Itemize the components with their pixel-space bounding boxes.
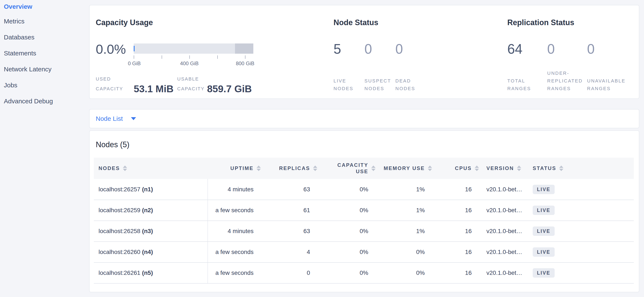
memory-use-cell: 1% — [378, 221, 434, 242]
status-badge: LIVE — [533, 268, 555, 278]
axis-tick — [134, 55, 134, 59]
sidebar-item-overview[interactable]: Overview — [0, 0, 85, 13]
memory-use-cell: 1% — [378, 200, 434, 221]
column-header-status[interactable]: STATUS — [529, 158, 634, 179]
capacity-bar-used-segment — [134, 46, 134, 51]
version-cell: v20.1.0-bet… — [481, 242, 529, 263]
capacity-use-cell: 0% — [320, 179, 378, 200]
axis-label: 0 GiB — [128, 60, 141, 66]
axis-label: 400 GiB — [180, 60, 199, 66]
replication-values: 64 0 0 — [507, 41, 627, 57]
table-header-row: NODES UPTIME REPLICAS — [94, 158, 634, 179]
column-header-replicas[interactable]: REPLICAS — [263, 158, 320, 179]
uptime-cell: 4 minutes — [208, 179, 263, 200]
sort-icon — [256, 166, 261, 171]
dead-nodes-count: 0 — [395, 41, 426, 57]
table-row: localhost:26259 (n2) a few seconds 61 0%… — [94, 200, 634, 221]
total-ranges-label: TOTAL RANGES — [507, 77, 547, 92]
node-address[interactable]: localhost:26259 (n2) — [94, 200, 208, 221]
status-cell: LIVE — [529, 221, 634, 242]
capacity-use-cell: 0% — [320, 242, 378, 263]
nodes-card: Nodes (5) NODES — [89, 130, 639, 292]
column-header-capacity-use[interactable]: CAPACITYUSE — [320, 158, 378, 179]
capacity-bar-chart: 0 GiB 400 GiB 800 GiB — [134, 43, 253, 69]
sort-icon — [123, 166, 127, 171]
sidebar-item-databases[interactable]: Databases — [0, 29, 85, 45]
sidebar-item-jobs[interactable]: Jobs — [0, 77, 85, 93]
node-address[interactable]: localhost:26257 (n1) — [94, 179, 208, 200]
cpus-cell: 16 — [434, 221, 481, 242]
under-replicated-ranges-label: UNDER- REPLICATED RANGES — [547, 69, 587, 92]
node-status-title: Node Status — [334, 18, 378, 27]
memory-use-cell: 1% — [378, 179, 434, 200]
memory-use-cell: 0% — [378, 242, 434, 263]
sidebar-item-network-latency[interactable]: Network Latency — [0, 61, 85, 77]
capacity-bar-other-segment — [235, 43, 253, 54]
total-ranges-count: 64 — [507, 41, 547, 57]
uptime-cell: a few seconds — [208, 263, 263, 283]
capacity-used-percent: 0.0% — [96, 41, 126, 57]
table-row: localhost:26261 (n5) a few seconds 0 0% … — [94, 263, 634, 283]
version-cell: v20.1.0-bet… — [481, 221, 529, 242]
chevron-down-icon — [131, 117, 136, 120]
node-status-values: 5 0 0 — [334, 41, 426, 57]
suspect-nodes-count: 0 — [364, 41, 395, 57]
capacity-use-cell: 0% — [320, 263, 378, 283]
sidebar-item-metrics[interactable]: Metrics — [0, 13, 85, 29]
sort-icon — [313, 166, 317, 171]
replication-status-title: Replication Status — [507, 18, 574, 27]
sort-icon — [517, 166, 521, 171]
replicas-cell: 61 — [263, 200, 320, 221]
version-cell: v20.1.0-bet… — [481, 200, 529, 221]
replicas-cell: 63 — [263, 221, 320, 242]
table-row: localhost:26260 (n4) a few seconds 4 0% … — [94, 242, 634, 263]
table-row: localhost:26257 (n1) 4 minutes 63 0% 1% … — [94, 179, 634, 200]
sidebar: Overview Metrics Databases Statements Ne… — [0, 0, 85, 297]
column-header-version[interactable]: VERSION — [481, 158, 529, 179]
uptime-cell: a few seconds — [208, 200, 263, 221]
uptime-cell: 4 minutes — [208, 221, 263, 242]
sidebar-item-statements[interactable]: Statements — [0, 45, 85, 61]
axis-tick — [217, 55, 218, 59]
used-capacity-value: 53.1 MiB — [134, 83, 177, 94]
node-address[interactable]: localhost:26258 (n3) — [94, 221, 208, 242]
live-nodes-label: LIVE NODES — [334, 77, 364, 92]
main-content: Capacity Usage 0.0% 0 GiB 400 GiB — [89, 0, 639, 297]
nodes-table: NODES UPTIME REPLICAS — [94, 158, 634, 284]
replicas-cell: 0 — [263, 263, 320, 283]
status-badge: LIVE — [533, 206, 555, 215]
sort-icon — [475, 166, 479, 171]
memory-use-cell: 0% — [378, 263, 434, 283]
node-list-dropdown-label: Node List — [96, 115, 123, 122]
capacity-use-cell: 0% — [320, 221, 378, 242]
replicas-cell: 4 — [263, 242, 320, 263]
status-badge: LIVE — [533, 247, 555, 257]
usable-capacity-label: USABLE CAPACITY — [177, 74, 207, 94]
table-row: localhost:26258 (n3) 4 minutes 63 0% 1% … — [94, 221, 634, 242]
version-cell: v20.1.0-bet… — [481, 263, 529, 283]
node-address[interactable]: localhost:26261 (n5) — [94, 263, 208, 283]
suspect-nodes-label: SUSPECT NODES — [364, 77, 395, 92]
capacity-usage-section: Capacity Usage 0.0% 0 GiB 400 GiB — [96, 5, 330, 98]
unavailable-ranges-label: UNAVAILABLE RANGES — [587, 77, 627, 92]
sort-icon — [428, 166, 432, 171]
capacity-bar — [134, 43, 253, 54]
under-replicated-ranges-count: 0 — [547, 41, 587, 57]
cockroachdb-console: Overview Metrics Databases Statements Ne… — [0, 0, 644, 297]
column-header-memory-use[interactable]: MEMORY USE — [378, 158, 434, 179]
cpus-cell: 16 — [434, 200, 481, 221]
cpus-cell: 16 — [434, 242, 481, 263]
sort-icon — [371, 166, 376, 171]
column-header-cpus[interactable]: CPUS — [434, 158, 481, 179]
uptime-cell: a few seconds — [208, 242, 263, 263]
node-status-section: Node Status 5 0 0 LIVE NODES SUSPECT NOD… — [334, 5, 502, 98]
cpus-cell: 16 — [434, 179, 481, 200]
column-header-uptime[interactable]: UPTIME — [208, 158, 263, 179]
column-header-nodes[interactable]: NODES — [94, 158, 208, 179]
axis-tick — [162, 55, 162, 59]
live-nodes-count: 5 — [334, 41, 364, 57]
node-list-dropdown[interactable]: Node List — [96, 109, 136, 128]
cpus-cell: 16 — [434, 263, 481, 283]
sidebar-item-advanced-debug[interactable]: Advanced Debug — [0, 93, 85, 109]
node-address[interactable]: localhost:26260 (n4) — [94, 242, 208, 263]
